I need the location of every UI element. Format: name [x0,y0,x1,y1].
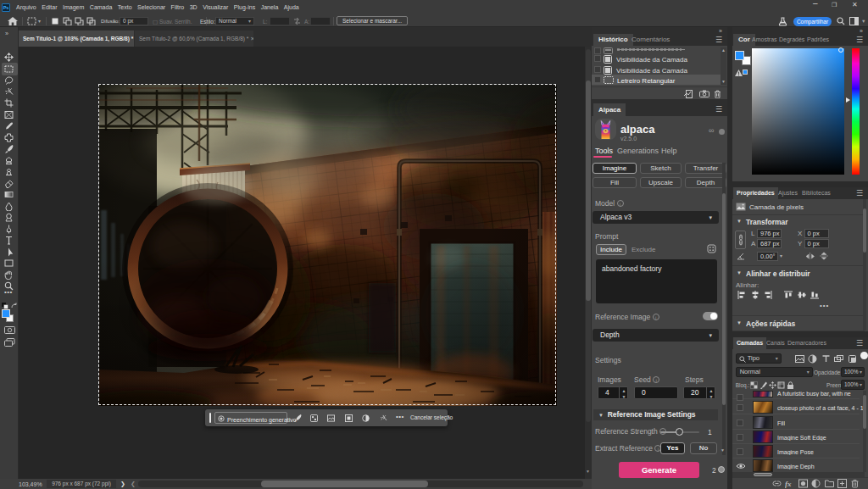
svg-text:fx: fx [785,480,792,488]
